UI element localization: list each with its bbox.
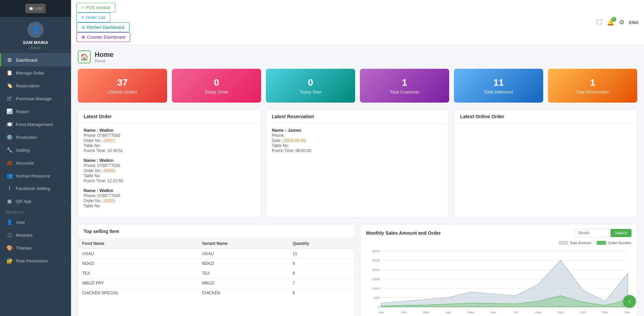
stat-value-total-delivered: 11 [459, 77, 538, 88]
sidebar-item-user[interactable]: 👤 User › [0, 216, 71, 229]
modules-icon: ⬡ [6, 232, 13, 238]
cell-variant: UGALI [198, 249, 289, 259]
stat-value-lifetime-orders: 37 [83, 77, 162, 88]
sidebar-item-facebook-setting[interactable]: f Facebook Setting [0, 182, 71, 195]
svg-text:2000: 2000 [372, 268, 380, 272]
counter-dashboard-icon: ⊞ [82, 35, 85, 40]
scroll-to-top-button[interactable]: ↑ [623, 295, 636, 308]
order-no: Order No.: (0036) [84, 168, 255, 173]
topnav-buttons: + POS Invoice≡ Order List⊙ Kitchen Dashb… [76, 3, 130, 42]
logo-image: 🍽️ SAM [25, 4, 46, 13]
stat-label-total-customer: Total Customer [365, 89, 444, 94]
sidebar-default-nav: 👤 User › ⬡ Modules 🎨 Themes 🔐 Role Permi… [0, 216, 71, 267]
reservation-punch-time: Punch Time: 08:00:00 [272, 148, 443, 153]
col-food-name: Food Name [78, 238, 198, 249]
order-table: Table No: [84, 143, 255, 148]
page-content: 🏠 Home Home 37 Lifetime Orders 0 Today O… [71, 45, 644, 316]
stat-value-today-order: 0 [177, 77, 256, 88]
themes-icon: 🎨 [6, 245, 13, 251]
cell-variant: NDAZI [198, 259, 289, 269]
table-row: UGALIUGALI11 [78, 249, 354, 259]
col-variant-name: Variant Name [198, 238, 289, 249]
stat-card-total-delivered: 11 Total Delivered [454, 69, 543, 103]
notification-badge: 3 [612, 17, 616, 22]
cell-variant: MBUZI [198, 278, 289, 288]
svg-text:Aug: Aug [535, 311, 541, 314]
sidebar-role: Admin [30, 46, 41, 50]
cell-food: CHICKEN SPECIAL [78, 288, 198, 298]
cell-variant: CHICKEN [198, 288, 289, 298]
sidebar-label-accounts: Accounts [16, 161, 34, 166]
sidebar-item-production[interactable]: ⚙️ Production › [0, 131, 71, 144]
order-list-icon: ≡ [82, 15, 84, 20]
sidebar-item-food-management[interactable]: 🍽️ Food Management › [0, 118, 71, 131]
table-row: MBUZI FRYMBUZI7 [78, 278, 354, 288]
month-input[interactable] [575, 229, 608, 237]
svg-text:Jun: Jun [490, 311, 496, 314]
order-table: Table No: [84, 204, 255, 208]
sidebar-item-qr-app[interactable]: ▣ QR App › [0, 195, 71, 208]
order-name: Name : Walkin [84, 128, 255, 133]
sidebar-item-setting[interactable]: 🔧 Setting › [0, 144, 71, 156]
chart-header: Monthly Sales Amount and Order Search [366, 229, 631, 237]
legend-label: Order Number [608, 241, 631, 245]
fullscreen-icon[interactable]: ⛶ [597, 19, 602, 25]
sidebar-item-role-permission[interactable]: 🔐 Role Permission › [0, 254, 71, 267]
svg-text:May: May [467, 311, 474, 314]
sidebar-item-human-resource[interactable]: 👥 Human Resource › [0, 169, 71, 182]
order-name: Name : Walkin [84, 188, 255, 193]
table-row: NDAZINDAZI9 [78, 259, 354, 269]
order-entry: Name : Walkin Phone: 0788777000 Order No… [84, 128, 255, 153]
sidebar-item-dashboard[interactable]: ⊞ Dashboard [0, 54, 71, 66]
language-selector[interactable]: ENG [629, 20, 639, 25]
monthly-chart-card: Monthly Sales Amount and Order Search Sa… [360, 224, 637, 316]
chart-search-button[interactable]: Search [611, 229, 631, 237]
pos-invoice-icon: + [82, 5, 84, 10]
notification-icon[interactable]: 🔔3 [607, 19, 614, 26]
purchase-manage-icon: 🛒 [6, 96, 13, 102]
svg-text:Dec: Dec [625, 311, 631, 314]
accounts-icon: 💼 [6, 160, 13, 166]
role-permission-icon: 🔐 [6, 258, 13, 264]
settings-icon[interactable]: ⚙ [619, 19, 624, 26]
cell-food: MBUZI FRY [78, 278, 198, 288]
chart-legend: Sale AmountOrder Number [366, 241, 631, 245]
breadcrumb: 🏠 Home Home [78, 50, 637, 63]
food-management-icon: 🍽️ [6, 121, 13, 127]
chart-controls: Search [575, 229, 631, 237]
sidebar-item-report[interactable]: 📊 Report › [0, 105, 71, 118]
stat-cards: 37 Lifetime Orders 0 Today Order 0 Today… [78, 69, 637, 103]
stat-label-total-delivered: Total Delivered [459, 89, 538, 94]
sidebar-label-report: Report [16, 109, 29, 114]
latest-online-order-card: Latest Online Order [454, 109, 637, 217]
cell-variant: TEA [198, 269, 289, 278]
main-content: + POS Invoice≡ Order List⊙ Kitchen Dashb… [71, 0, 644, 316]
counter-dashboard-button[interactable]: ⊞ Counter Dashboard [76, 32, 130, 42]
sidebar-item-manage-order[interactable]: 📋 Manage Order › [0, 66, 71, 79]
cell-qty: 11 [289, 249, 354, 259]
svg-text:1000: 1000 [372, 287, 380, 290]
chevron-icon: › [65, 199, 66, 203]
sidebar-item-reservation[interactable]: 🏷️ Reservation › [0, 79, 71, 92]
svg-text:Feb: Feb [400, 311, 406, 314]
user-icon: 👤 [6, 219, 13, 225]
kitchen-dashboard-icon: ⊙ [82, 25, 85, 30]
svg-text:Oct: Oct [580, 311, 585, 314]
order-table: Table No: [84, 173, 255, 178]
sidebar-item-accounts[interactable]: 💼 Accounts › [0, 156, 71, 169]
pos-invoice-button[interactable]: + POS Invoice [76, 3, 115, 13]
kitchen-dashboard-button[interactable]: ⊙ Kitchen Dashboard [76, 22, 130, 32]
col-quantity: Quantity [289, 238, 354, 249]
latest-order-body: Name : Walkin Phone: 0788777000 Order No… [78, 124, 260, 217]
sidebar-item-purchase-manage[interactable]: 🛒 Purchase Manage › [0, 92, 71, 105]
stat-label-today-sale: Today Sale [271, 89, 350, 94]
latest-reservation-card: Latest Reservation Name : James Phone: D… [266, 109, 449, 217]
sidebar-item-modules[interactable]: ⬡ Modules [0, 229, 71, 241]
cell-qty: 9 [289, 269, 354, 278]
home-icon: 🏠 [78, 50, 91, 63]
stat-label-total-reservation: Total Reservation [553, 89, 632, 94]
reservation-table: Table No: [272, 143, 443, 148]
chart-area: Monthly Sales Amount and Order Search Sa… [361, 225, 637, 316]
sidebar-item-themes[interactable]: 🎨 Themes [0, 241, 71, 254]
order-list-button[interactable]: ≡ Order List [76, 13, 110, 22]
